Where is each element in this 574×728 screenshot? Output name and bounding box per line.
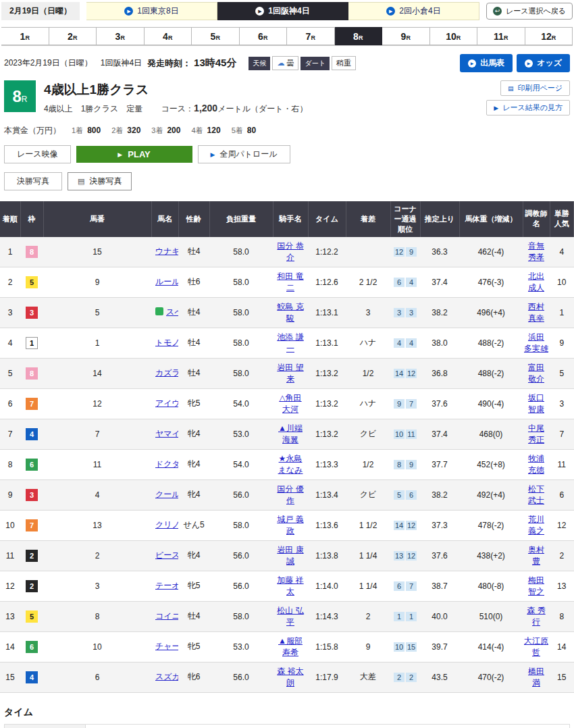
horse-link[interactable]: クールココナヒメ (155, 490, 178, 499)
entry-table-label: 出馬表 (480, 57, 504, 69)
odds-button[interactable]: ▶オッズ (517, 54, 570, 72)
jockey-link[interactable]: 国分 恭介 (277, 241, 303, 262)
horse-name-cell: ウナギノボリB (151, 237, 178, 267)
race-tab[interactable]: 6R (240, 27, 288, 45)
trainer-link[interactable]: 浜田 多実雄 (524, 332, 548, 353)
horse-link[interactable]: コイニオチテ (155, 611, 178, 621)
finish-photo-tab[interactable]: 決勝写真 (4, 172, 62, 190)
result-guide-button[interactable]: ▶レース結果の見方 (486, 100, 570, 115)
trainer-link[interactable]: 松下 武士 (528, 484, 544, 505)
win-popularity: 8 (550, 601, 574, 631)
trainer-link[interactable]: 橋田 満 (528, 667, 544, 687)
trainer-link[interactable]: 森 秀行 (527, 606, 545, 627)
media-buttons-row: レース映像 ▶PLAY ▶全周パトロール (4, 145, 570, 163)
jockey-link[interactable]: ▲川端 海翼 (278, 423, 303, 444)
print-page-button[interactable]: ▤印刷用ページ (500, 80, 570, 96)
entry-table-button[interactable]: ▶出馬表 (460, 54, 513, 72)
horse-link[interactable]: トモノボーイ (155, 338, 178, 347)
horse-link[interactable]: チャーチャンテン (155, 642, 178, 651)
corner-3-position: 9 (394, 399, 405, 409)
carried-weight: 58.0 (209, 267, 273, 297)
trainer-link[interactable]: 牧浦 充徳 (528, 454, 544, 475)
race-number-tabs: 1R 2R 3R 4R 5R 6R 7R 8R 9R 10 (1, 27, 573, 46)
column-header: 調教師名 (523, 201, 550, 237)
jockey-link[interactable]: 加藤 祥太 (277, 575, 303, 596)
horse-link[interactable]: テーオーエルサ (155, 581, 178, 590)
trainer-link[interactable]: 中尾 秀正 (528, 423, 544, 444)
jockey-link[interactable]: 鮫島 克駿 (277, 302, 303, 323)
chevron-right-icon: ▶ (525, 59, 533, 68)
sex-age: 牡4 (178, 297, 209, 328)
result-row: 3 3 5 スペシャルナンバーB 牡4 58.0 鮫島 克駿 1:13.1 3 … (0, 297, 574, 328)
trainer-link[interactable]: 梅田 智之 (528, 575, 544, 596)
race-tab[interactable]: 4R (145, 27, 192, 45)
corner-positions: 64 (390, 267, 420, 297)
finish-photo-label: 決勝写真 (89, 176, 122, 187)
corner-3-position: 6 (394, 278, 405, 287)
trainer-link[interactable]: 坂口 智康 (528, 393, 544, 414)
jockey-link[interactable]: ▲服部 寿希 (278, 636, 303, 657)
race-actions: ▤印刷用ページ ▶レース結果の見方 (486, 80, 570, 115)
meeting-tab[interactable]: ▶ 2回小倉4日 (348, 2, 479, 20)
play-button[interactable]: ▶PLAY (76, 146, 192, 163)
frame-badge: 4 (26, 671, 38, 683)
frame-badge: 8 (26, 367, 38, 380)
jockey-link[interactable]: 池添 謙一 (277, 332, 303, 353)
horse-link[interactable]: ルールシェーバー (155, 277, 178, 286)
horse-link[interactable]: クリノアンビシャス (155, 520, 178, 529)
race-tab[interactable]: 8R (335, 27, 383, 45)
trainer-cell: 西村 真幸 (523, 297, 550, 328)
horse-link[interactable]: カズラポニアン (155, 368, 178, 378)
jockey-link[interactable]: 松山 弘平 (277, 606, 303, 627)
patrol-video-button[interactable]: ▶全周パトロール (198, 145, 290, 163)
win-popularity: 4 (550, 237, 574, 267)
horse-link[interactable]: ドクターマンボウ (155, 459, 178, 469)
race-tab[interactable]: 11R (477, 27, 525, 45)
margin: 1/2 (346, 358, 390, 388)
back-to-race-select-button[interactable]: ↩ レース選択へ戻る (486, 3, 573, 20)
horse-link[interactable]: スペシャルナンバー (166, 307, 178, 317)
horse-link[interactable]: ウナギノボリ (155, 246, 178, 256)
finish-position: 15 (0, 662, 20, 692)
meeting-tab[interactable]: ▶ 1回東京8日 (86, 2, 217, 20)
win-popularity: 12 (550, 510, 574, 540)
trainer-link[interactable]: 北出 成人 (528, 271, 544, 292)
horse-link[interactable]: アイヴォリーアイ (155, 398, 178, 408)
frame-badge: 6 (26, 459, 38, 471)
meeting-tab-label: 1回東京8日 (137, 5, 178, 17)
race-tab[interactable]: 1R (1, 27, 49, 45)
frame-badge: 1 (26, 337, 38, 349)
jockey-link[interactable]: 和田 竜二 (277, 271, 303, 292)
meeting-tab[interactable]: ▶ 1回阪神4日 (217, 2, 348, 20)
corner-positions: 67 (390, 571, 420, 601)
trainer-link[interactable]: 富田 敬介 (528, 363, 544, 384)
jockey-link[interactable]: 国分 優作 (277, 484, 303, 505)
race-tab[interactable]: 2R (49, 27, 97, 45)
margin: 1 1/2 (346, 510, 390, 540)
frame-cell: 7 (20, 388, 43, 419)
race-tab[interactable]: 3R (97, 27, 145, 45)
trainer-link[interactable]: 奥村 豊 (528, 545, 544, 566)
jockey-link[interactable]: 岩田 望来 (277, 363, 303, 384)
jockey-link[interactable]: △角田 大河 (279, 393, 301, 414)
race-tab[interactable]: 9R (382, 27, 430, 45)
race-tab[interactable]: 5R (192, 27, 240, 45)
margin: 1 1/4 (346, 540, 390, 571)
trainer-link[interactable]: 荒川 義之 (528, 515, 544, 536)
finish-photo-button[interactable]: ▤決勝写真 (68, 172, 132, 190)
horse-link[interactable]: スズカロココ (155, 672, 178, 681)
jockey-link[interactable]: 城戸 義政 (277, 515, 303, 536)
race-tab[interactable]: 7R (287, 27, 335, 45)
race-video-button[interactable]: レース映像 (4, 145, 71, 163)
race-tab[interactable]: 10R (430, 27, 478, 45)
race-tab[interactable]: 12R (525, 27, 573, 45)
horse-link[interactable]: ヤマイチエスポ (155, 429, 178, 438)
jockey-link[interactable]: 岩田 康誠 (277, 545, 303, 566)
trainer-link[interactable]: 西村 真幸 (528, 302, 544, 323)
race-title: 4歳以上1勝クラス (44, 81, 478, 99)
jockey-link[interactable]: ★永島 まなみ (278, 454, 303, 475)
trainer-link[interactable]: 大江原 哲 (524, 636, 548, 657)
trainer-link[interactable]: 音無 秀孝 (528, 241, 544, 262)
jockey-link[interactable]: 森 裕太朗 (277, 667, 303, 687)
horse-link[interactable]: ピースキーパー (155, 550, 178, 560)
